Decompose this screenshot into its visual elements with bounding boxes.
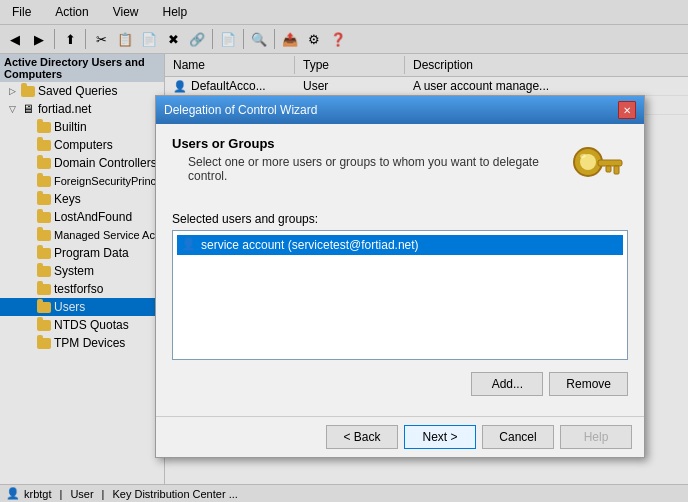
user-entry-label: service account (servicetest@fortiad.net…	[201, 238, 419, 252]
dialog-text-area: Users or Groups Select one or more users…	[172, 136, 556, 195]
cancel-button[interactable]: Cancel	[482, 425, 554, 449]
help-button[interactable]: Help	[560, 425, 632, 449]
dialog-close-button[interactable]: ✕	[618, 101, 636, 119]
back-button[interactable]: < Back	[326, 425, 398, 449]
svg-rect-4	[606, 166, 611, 172]
key-icon-area	[564, 136, 628, 200]
dialog-banner: Users or Groups Select one or more users…	[172, 136, 628, 200]
svg-rect-2	[598, 160, 622, 166]
user-entry-icon: 👤	[181, 237, 197, 253]
dialog-body: Users or Groups Select one or more users…	[156, 124, 644, 416]
dialog-section-title: Users or Groups	[172, 136, 556, 151]
dialog-footer: < Back Next > Cancel Help	[156, 416, 644, 457]
selected-users-label: Selected users and groups:	[172, 212, 628, 226]
next-button[interactable]: Next >	[404, 425, 476, 449]
remove-button[interactable]: Remove	[549, 372, 628, 396]
dialog-overlay: Delegation of Control Wizard ✕ Users or …	[0, 0, 688, 502]
svg-rect-3	[614, 166, 619, 174]
delegation-dialog: Delegation of Control Wizard ✕ Users or …	[155, 95, 645, 458]
add-button[interactable]: Add...	[471, 372, 543, 396]
key-icon	[568, 140, 624, 196]
users-list-box[interactable]: 👤 service account (servicetest@fortiad.n…	[172, 230, 628, 360]
user-entry[interactable]: 👤 service account (servicetest@fortiad.n…	[177, 235, 623, 255]
dialog-add-remove-row: Add... Remove	[172, 372, 628, 396]
dialog-section-desc: Select one or more users or groups to wh…	[172, 155, 556, 183]
dialog-titlebar: Delegation of Control Wizard ✕	[156, 96, 644, 124]
dialog-title: Delegation of Control Wizard	[164, 103, 317, 117]
